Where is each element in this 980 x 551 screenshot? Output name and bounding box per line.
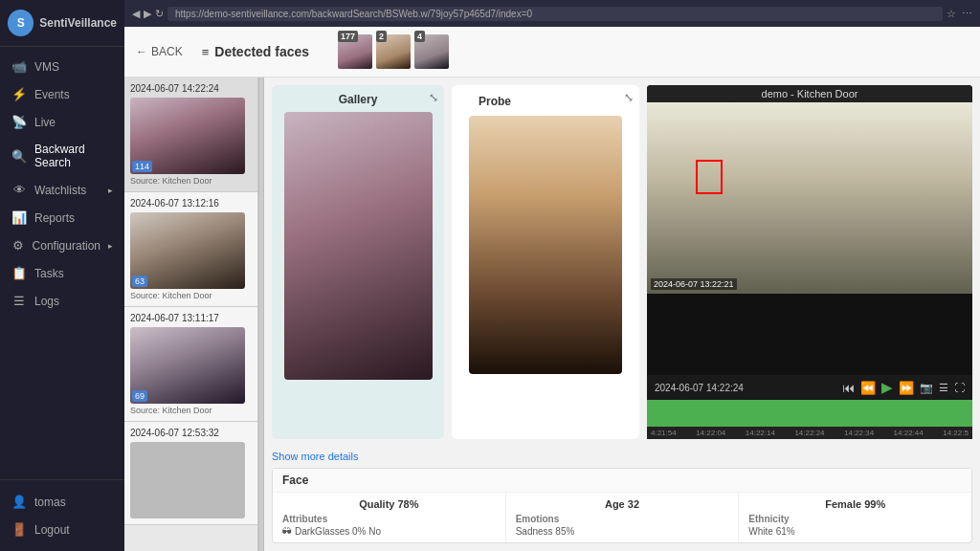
- sidebar-item-label: Configuration: [33, 239, 100, 253]
- back-button[interactable]: ← BACK: [136, 45, 183, 58]
- star-icon[interactable]: ☆: [947, 8, 956, 20]
- gallery-panel: Gallery ⤡: [272, 85, 444, 439]
- fast-forward-icon[interactable]: ⏩: [899, 381, 914, 395]
- fullscreen-icon[interactable]: ⛶: [954, 382, 965, 393]
- camera-image-area: 2024-06-07 13:22:21: [647, 102, 972, 294]
- ethnicity-value: White 61%: [748, 526, 962, 537]
- gallery-label: Gallery: [339, 93, 378, 106]
- back-arrow-icon: ←: [136, 45, 147, 58]
- camera-title: demo - Kitchen Door: [647, 85, 972, 102]
- camera-feed: demo - Kitchen Door 2024-06-07 13:22:21: [647, 85, 972, 375]
- menu-icon[interactable]: ⋯: [962, 8, 972, 20]
- probe-header: 🖼 Probe: [459, 93, 511, 110]
- face-card-img-3: 69: [130, 327, 245, 404]
- content-area: 2024-06-07 14:22:24 114 Source: Kitchen …: [124, 77, 980, 551]
- details-area: Show more details Face Quality 78% Attri…: [264, 447, 980, 551]
- thumbnail-group-1[interactable]: 177: [338, 34, 372, 69]
- camera-timeline[interactable]: [647, 400, 972, 427]
- face-card-img-4: [130, 442, 245, 518]
- filter-icon: ≡: [202, 45, 210, 59]
- probe-label: Probe: [479, 95, 511, 108]
- sidebar-item-label: Tasks: [34, 267, 64, 280]
- glasses-icon: 🕶: [282, 526, 292, 537]
- watchlists-icon: 👁: [11, 183, 27, 197]
- nav-back-icon[interactable]: ◀: [132, 8, 140, 20]
- female-stat: Female 99%: [748, 498, 962, 510]
- sidebar-item-tasks[interactable]: 📋 Tasks: [0, 259, 124, 287]
- face-section-header: Face: [273, 469, 971, 493]
- page-header: ← BACK ≡ Detected faces 177 2 4: [124, 27, 980, 77]
- timeline-label-1: 4:21:54: [651, 429, 677, 437]
- sidebar-item-vms[interactable]: 📹 VMS: [0, 53, 124, 80]
- face-section-body: Quality 78% Attributes 🕶 DarkGlasses 0% …: [273, 493, 971, 542]
- list-view-icon[interactable]: ☰: [939, 382, 948, 394]
- expand-probe-icon[interactable]: ⤡: [624, 91, 634, 104]
- camera-panel: demo - Kitchen Door 2024-06-07 13:22:21 …: [647, 85, 972, 439]
- url-bar[interactable]: https://demo-sentiveillance.com/backward…: [167, 7, 943, 21]
- timeline-progress: [647, 400, 972, 427]
- sidebar: S SentiVeillance 📹 VMS ⚡ Events 📡 Live 🔍…: [0, 0, 124, 551]
- logo-icon: S: [8, 10, 33, 36]
- face-card-time-2: 2024-06-07 13:12:16: [130, 198, 252, 209]
- sidebar-item-label: Live: [34, 116, 56, 129]
- sidebar-item-configuration[interactable]: ⚙ Configuration ▸: [0, 231, 124, 259]
- camera-timestamp-overlay: 2024-06-07 13:22:21: [651, 278, 737, 290]
- rewind-icon[interactable]: ⏮: [842, 381, 855, 395]
- snapshot-icon[interactable]: 📷: [920, 382, 933, 394]
- sidebar-item-label: Logs: [34, 295, 59, 308]
- face-card-img-2: 63: [130, 212, 245, 289]
- play-icon[interactable]: ▶: [881, 379, 893, 396]
- thumb-count-3: 4: [414, 31, 425, 42]
- probe-panel: 🖼 Probe ⤡: [452, 85, 639, 439]
- timeline-label-3: 14:22:14: [746, 429, 775, 437]
- thumbnail-group-2[interactable]: 2: [376, 34, 411, 69]
- reports-icon: 📊: [11, 210, 27, 225]
- sidebar-item-logout[interactable]: 🚪 Logout: [0, 516, 124, 543]
- face-card-4[interactable]: 2024-06-07 12:53:32: [124, 422, 257, 525]
- logout-icon: 🚪: [11, 522, 27, 537]
- emotions-value: Sadness 85%: [516, 526, 729, 537]
- face-card-1[interactable]: 2024-06-07 14:22:24 114 Source: Kitchen …: [124, 77, 257, 192]
- show-more-details[interactable]: Show more details: [272, 451, 359, 462]
- ethnicity-label: Ethnicity: [748, 514, 962, 524]
- face-card-time-4: 2024-06-07 12:53:32: [130, 428, 252, 438]
- face-score-badge-2: 63: [132, 276, 147, 287]
- face-section: Face Quality 78% Attributes 🕶 DarkGlasse…: [272, 468, 972, 543]
- gallery-face-image: [284, 112, 433, 380]
- step-back-icon[interactable]: ⏪: [860, 381, 876, 395]
- face-source-2: Source: Kitchen Door: [130, 291, 252, 300]
- face-card-3[interactable]: 2024-06-07 13:11:17 69 Source: Kitchen D…: [124, 307, 257, 422]
- sidebar-item-reports[interactable]: 📊 Reports: [0, 204, 124, 231]
- timeline-label-4: 14:22:24: [794, 429, 824, 437]
- logs-icon: ☰: [11, 294, 27, 308]
- timeline-label-5: 14:22:34: [844, 429, 874, 437]
- sidebar-title: SentiVeillance: [39, 16, 117, 30]
- face-card-2[interactable]: 2024-06-07 13:12:16 63 Source: Kitchen D…: [124, 192, 257, 307]
- timeline-label-6: 14:22:44: [894, 429, 924, 437]
- sidebar-item-user[interactable]: 👤 tomas: [0, 488, 124, 516]
- backward-search-icon: 🔍: [11, 149, 27, 164]
- sidebar-item-watchlists[interactable]: 👁 Watchlists ▸: [0, 176, 124, 204]
- main-area: ◀ ▶ ↻ https://demo-sentiveillance.com/ba…: [124, 0, 980, 551]
- detected-thumbnails: 177 2 4: [338, 34, 449, 69]
- face-source-3: Source: Kitchen Door: [130, 406, 252, 415]
- face-card-img-1: 114: [130, 98, 245, 174]
- thumbnail-group-3[interactable]: 4: [414, 34, 449, 69]
- sidebar-item-logs[interactable]: ☰ Logs: [0, 287, 124, 315]
- nav-forward-icon[interactable]: ▶: [144, 8, 151, 20]
- sidebar-nav: 📹 VMS ⚡ Events 📡 Live 🔍 Backward Search …: [0, 47, 124, 479]
- expand-gallery-icon[interactable]: ⤡: [429, 91, 438, 104]
- page-title: ≡ Detected faces: [202, 44, 309, 59]
- face-score-badge-3: 69: [132, 390, 147, 402]
- age-stat: Age 32: [516, 498, 729, 510]
- quality-col: Quality 78% Attributes 🕶 DarkGlasses 0% …: [273, 493, 506, 542]
- sidebar-item-events[interactable]: ⚡ Events: [0, 80, 124, 108]
- sidebar-item-live[interactable]: 📡 Live: [0, 108, 124, 136]
- refresh-icon[interactable]: ↻: [155, 8, 164, 20]
- female-col: Female 99% Ethnicity White 61%: [739, 493, 971, 542]
- sidebar-item-label: tomas: [34, 496, 66, 509]
- camera-timestamp-bar: 2024-06-07 14:22:24: [655, 383, 744, 393]
- probe-face-image: [469, 116, 622, 374]
- sidebar-item-backward-search[interactable]: 🔍 Backward Search: [0, 136, 124, 176]
- camera-playback-controls: ⏮ ⏪ ▶ ⏩ 📷 ☰ ⛶: [842, 379, 965, 396]
